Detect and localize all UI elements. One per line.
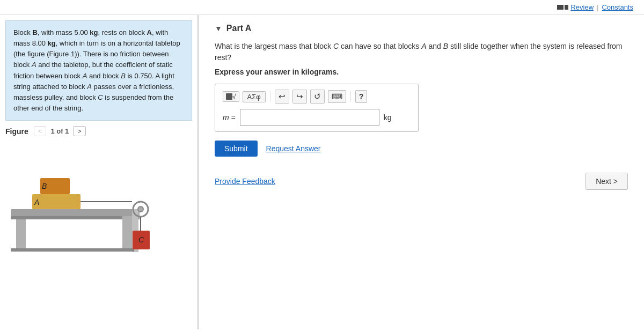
next-button[interactable]: Next > [586,173,628,190]
part-a-header: ▼ Part A [215,24,628,33]
top-bar: Review | Constants [0,0,644,15]
figure-nav: < 1 of 1 > [34,126,86,136]
svg-rect-5 [11,248,134,252]
svg-point-12 [138,206,143,212]
figure-nav-count: 1 of 1 [50,127,69,135]
answer-box: √ ΑΣφ ↩ ↪ ↺ ⌨ ? m = [215,84,419,132]
review-icons [557,5,568,10]
request-answer-button[interactable]: Request Answer [266,144,321,153]
svg-rect-6 [32,194,80,209]
reset-button[interactable]: ↺ [310,90,325,104]
main-layout: Block B, with mass 5.00 kg, rests on blo… [0,15,644,329]
svg-rect-1 [11,216,140,219]
right-panel: ▼ Part A What is the largest mass that b… [199,15,644,329]
svg-text:A: A [34,198,39,206]
left-panel: Block B, with mass 5.00 kg, rests on blo… [0,15,199,329]
svg-rect-3 [122,216,132,251]
redo-button[interactable]: ↪ [292,90,307,104]
toolbar-sep-2 [350,91,351,102]
svg-text:B: B [42,182,47,190]
svg-text:C: C [138,235,144,244]
action-row: Submit Request Answer [215,141,628,157]
express-text: Express your answer in kilograms. [215,68,628,76]
fraction-button[interactable]: √ [223,91,239,102]
submit-button[interactable]: Submit [215,141,258,157]
math-toolbar: √ ΑΣφ ↩ ↪ ↺ ⌨ ? [223,90,411,104]
unit-label: kg [384,113,392,122]
figure-area: Figure < 1 of 1 > [0,121,197,329]
collapse-arrow[interactable]: ▼ [215,24,222,33]
prev-figure-button[interactable]: < [34,126,47,136]
input-label: m = [223,113,236,122]
svg-rect-0 [11,209,140,217]
input-row: m = kg [223,109,411,126]
review-link[interactable]: Review [570,3,594,11]
constants-link[interactable]: Constants [602,3,633,11]
question-text: What is the largest mass that block C ca… [215,41,628,63]
problem-text: Block B, with mass 5.00 kg, rests on blo… [5,20,192,121]
symbols-button[interactable]: ΑΣφ [243,91,266,102]
next-figure-button[interactable]: > [73,126,86,136]
diagram-svg: B A C [5,139,188,257]
figure-header: Figure < 1 of 1 > [5,126,192,136]
part-a-label: Part A [226,24,252,33]
symbols-label: ΑΣφ [247,93,261,101]
undo-button[interactable]: ↩ [275,90,289,104]
help-button[interactable]: ? [355,90,368,103]
figure-label: Figure [5,127,28,136]
top-bar-sep: | [597,3,598,11]
physics-diagram: B A C [5,139,192,329]
provide-feedback-button[interactable]: Provide Feedback [215,177,275,186]
keyboard-button[interactable]: ⌨ [328,90,346,103]
svg-rect-2 [16,219,26,249]
bottom-row: Provide Feedback Next > [215,173,628,190]
answer-input[interactable] [240,109,379,126]
toolbar-sep-1 [270,91,270,102]
